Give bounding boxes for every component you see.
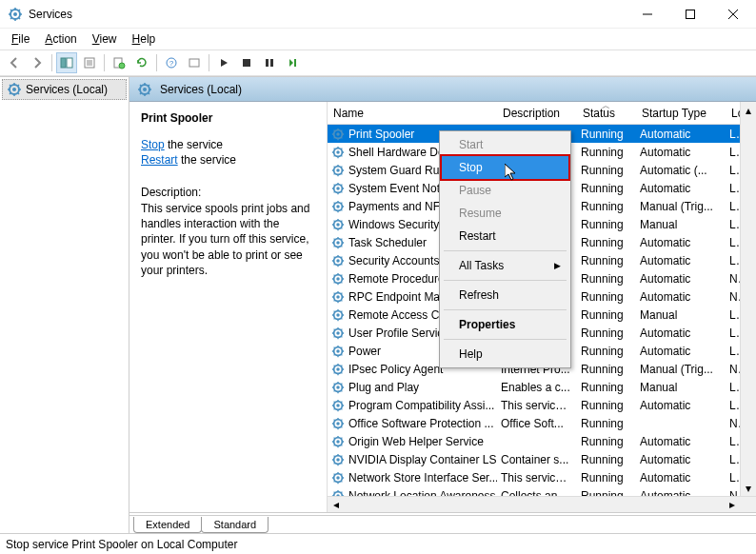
maximize-button[interactable]	[668, 1, 711, 28]
vertical-scrollbar[interactable]: ▴ ▾	[740, 102, 756, 496]
scroll-up-button[interactable]: ▴	[741, 102, 756, 118]
context-stop[interactable]: Stop	[440, 154, 570, 181]
menu-view[interactable]: View	[85, 30, 125, 48]
list-header: Name Description ︿Status Startup Type Lo…	[328, 102, 756, 125]
service-status: Running	[577, 128, 636, 141]
context-help[interactable]: Help	[442, 343, 568, 366]
service-status: Running	[577, 417, 636, 430]
gear-icon	[331, 290, 345, 304]
service-row[interactable]: Plug and PlayEnables a c...RunningManual…	[328, 378, 756, 396]
pane-header-title: Services (Local)	[160, 83, 242, 96]
export-list-button[interactable]	[109, 52, 129, 73]
column-status[interactable]: ︿Status	[577, 102, 636, 124]
service-status: Running	[577, 146, 636, 159]
app-gear-icon	[8, 7, 23, 22]
horizontal-scrollbar[interactable]: ◂ ▸	[328, 496, 756, 512]
service-description: Enables a c...	[497, 381, 577, 394]
column-description[interactable]: Description	[497, 102, 577, 124]
svg-text:?: ?	[169, 59, 174, 68]
svg-rect-3	[686, 10, 694, 18]
action-toolbar-button[interactable]	[184, 52, 205, 73]
service-startup: Automatic	[636, 345, 726, 358]
service-name: User Profile Service	[348, 326, 449, 340]
tab-standard[interactable]: Standard	[201, 517, 269, 533]
service-description: This service ...	[497, 399, 577, 412]
service-startup: Manual	[636, 218, 726, 231]
svg-rect-17	[243, 59, 250, 67]
column-name[interactable]: Name	[328, 102, 497, 124]
menu-file[interactable]: File	[4, 30, 37, 48]
service-status: Running	[577, 290, 636, 304]
service-description: Office Soft...	[497, 417, 577, 430]
tabs-strip: Extended Standard	[129, 512, 756, 533]
gear-icon	[331, 128, 345, 141]
service-name: Print Spooler	[348, 128, 414, 141]
restart-service-button[interactable]	[282, 52, 303, 73]
tab-extended[interactable]: Extended	[133, 517, 202, 533]
service-status: Running	[577, 399, 636, 412]
service-startup: Automatic	[636, 453, 726, 466]
sort-indicator-icon: ︿	[602, 102, 610, 112]
service-row[interactable]: Program Compatibility Assi...This servic…	[328, 396, 756, 414]
scroll-down-button[interactable]: ▾	[741, 480, 756, 496]
help-toolbar-button[interactable]: ?	[161, 52, 182, 73]
service-status: Running	[577, 435, 636, 448]
refresh-toolbar-button[interactable]	[131, 52, 152, 73]
service-status: Running	[577, 200, 636, 213]
service-name: Task Scheduler	[348, 236, 427, 249]
service-startup: Automatic	[636, 128, 726, 141]
service-name: Program Compatibility Assi...	[348, 399, 494, 412]
menu-help[interactable]: Help	[125, 30, 164, 48]
tree-root-label: Services (Local)	[26, 83, 108, 96]
scroll-right-button[interactable]: ▸	[724, 497, 740, 512]
close-button[interactable]	[711, 1, 754, 28]
show-hide-tree-button[interactable]	[56, 52, 77, 73]
properties-toolbar-button[interactable]	[79, 52, 100, 73]
gear-icon	[331, 182, 345, 195]
svg-rect-16	[189, 59, 199, 67]
stop-service-button[interactable]	[236, 52, 257, 73]
service-startup: Automatic	[636, 435, 726, 448]
minimize-button[interactable]	[626, 1, 668, 28]
gear-icon	[331, 308, 345, 322]
service-status: Running	[577, 236, 636, 249]
menu-action[interactable]: Action	[37, 30, 84, 48]
stop-link[interactable]: Stop	[141, 138, 165, 151]
svg-rect-7	[67, 58, 72, 68]
svg-rect-6	[61, 58, 66, 68]
context-refresh[interactable]: Refresh	[442, 284, 568, 307]
scroll-left-button[interactable]: ◂	[328, 497, 344, 512]
gear-icon	[331, 381, 345, 394]
context-restart[interactable]: Restart	[442, 225, 568, 247]
detail-pane: Print Spooler Stop the service Restart t…	[129, 102, 328, 512]
service-name: NVIDIA Display Container LS	[348, 453, 496, 466]
back-button[interactable]	[4, 52, 25, 73]
forward-button[interactable]	[27, 52, 48, 73]
svg-rect-19	[270, 59, 273, 67]
tree-pane: Services (Local)	[0, 77, 129, 533]
service-name: Payments and NFC	[348, 200, 448, 213]
service-row[interactable]: Office Software Protection ...Office Sof…	[328, 414, 756, 432]
service-row[interactable]: NVIDIA Display Container LSContainer s..…	[328, 450, 756, 468]
gear-icon	[331, 363, 345, 376]
context-all-tasks[interactable]: All Tasks▶	[442, 254, 568, 277]
pause-service-button[interactable]	[259, 52, 280, 73]
service-startup: Automatic (...	[636, 164, 726, 177]
svg-rect-20	[294, 59, 296, 67]
restart-link[interactable]: Restart	[141, 153, 178, 167]
gear-icon	[331, 218, 345, 231]
service-name: Office Software Protection ...	[348, 417, 494, 430]
service-row[interactable]: Network Store Interface Ser...This servi…	[328, 468, 756, 486]
tree-root-item[interactable]: Services (Local)	[2, 79, 127, 100]
service-startup: Manual	[636, 381, 726, 394]
service-status: Running	[577, 254, 636, 267]
start-service-button[interactable]	[213, 52, 234, 73]
service-startup: Automatic	[636, 272, 726, 286]
column-startup-type[interactable]: Startup Type	[636, 102, 726, 124]
context-properties[interactable]: Properties	[442, 313, 568, 336]
service-row[interactable]: Origin Web Helper ServiceRunningAutomati…	[328, 432, 756, 450]
service-name: IPsec Policy Agent	[348, 363, 443, 376]
context-separator	[444, 309, 567, 310]
service-name: Origin Web Helper Service	[348, 435, 484, 448]
service-name: Power	[348, 345, 381, 358]
